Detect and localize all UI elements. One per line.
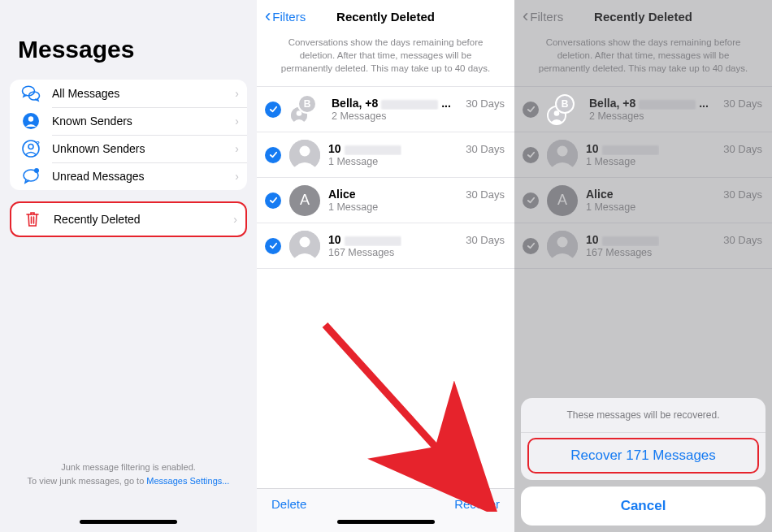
- conversation-name: 10: [328, 233, 401, 246]
- filter-recently-deleted[interactable]: Recently Deleted ›: [11, 203, 245, 236]
- messages-settings-link[interactable]: Messages Settings...: [146, 476, 229, 486]
- conversation-main: Alice30 Days1 Message: [328, 188, 505, 213]
- info-text: Conversations show the days remaining be…: [257, 32, 514, 86]
- conversation-name: Bella, +8...: [332, 97, 454, 110]
- filter-known-senders[interactable]: Known Senders ›: [10, 107, 247, 135]
- panel-filters: Messages All Messages › Known Senders › …: [0, 0, 257, 532]
- days-remaining: 30 Days: [466, 234, 505, 246]
- bottom-toolbar: Delete Recover: [257, 488, 514, 532]
- home-indicator: [80, 520, 177, 524]
- filter-all-messages[interactable]: All Messages ›: [10, 80, 247, 107]
- filter-label: Known Senders: [52, 115, 235, 128]
- conversation-main: 1030 Days167 Messages: [328, 233, 505, 258]
- svg-point-5: [28, 145, 33, 149]
- message-count: 1 Message: [328, 156, 505, 167]
- chevron-right-icon: ›: [233, 213, 237, 226]
- days-remaining: 30 Days: [466, 143, 505, 155]
- footer-line1: Junk message filtering is enabled.: [61, 462, 196, 472]
- footer-text: Junk message filtering is enabled. To vi…: [0, 461, 257, 487]
- avatar: A: [289, 185, 320, 216]
- conversation-row[interactable]: BBella, +8...30 Days2 Messages: [257, 87, 514, 132]
- filter-unknown-senders[interactable]: ? Unknown Senders ›: [10, 135, 247, 162]
- delete-button[interactable]: Delete: [271, 497, 306, 511]
- panel-recover-sheet: ‹ Filters Recently Deleted Conversations…: [514, 0, 772, 532]
- nav-bar: ‹ Filters Recently Deleted: [257, 0, 514, 32]
- person-question-icon: ?: [20, 140, 42, 158]
- bubbles-icon: [20, 84, 42, 102]
- chevron-right-icon: ›: [235, 87, 239, 100]
- avatar: B: [289, 94, 323, 125]
- checkbox-selected-icon[interactable]: [265, 102, 281, 118]
- recover-button[interactable]: Recover: [454, 497, 500, 511]
- conversation-row[interactable]: 1030 Days1 Message: [257, 132, 514, 178]
- bubble-dot-icon: [20, 167, 42, 185]
- recover-messages-button[interactable]: Recover 171 Messages: [527, 438, 759, 474]
- trash-icon: [21, 210, 44, 228]
- conversation-name: Alice: [328, 188, 355, 201]
- nav-title: Recently Deleted: [336, 10, 435, 24]
- chevron-right-icon: ›: [235, 170, 239, 183]
- more-icon: ...: [438, 97, 454, 110]
- chevron-right-icon: ›: [235, 115, 239, 128]
- filter-unread-messages[interactable]: Unread Messages ›: [10, 162, 247, 190]
- conversation-main: 1030 Days1 Message: [328, 142, 505, 167]
- back-label: Filters: [272, 10, 306, 24]
- checkbox-selected-icon[interactable]: [265, 147, 281, 163]
- panel-recently-deleted: ‹ Filters Recently Deleted Conversations…: [257, 0, 514, 532]
- filter-label: Recently Deleted: [54, 213, 233, 226]
- svg-point-3: [28, 116, 33, 121]
- conversation-list: BBella, +8...30 Days2 Messages1030 Days1…: [257, 86, 514, 269]
- chevron-left-icon: ‹: [265, 7, 271, 25]
- filter-label: Unknown Senders: [52, 142, 235, 155]
- page-title: Messages: [0, 0, 257, 63]
- days-remaining: 30 Days: [466, 97, 505, 110]
- recently-deleted-group: Recently Deleted ›: [10, 201, 247, 237]
- footer-line2: To view junk messages, go to: [28, 476, 147, 486]
- person-icon: [20, 112, 42, 130]
- svg-point-14: [300, 236, 310, 247]
- filter-label: All Messages: [52, 87, 235, 100]
- filter-list: All Messages › Known Senders › ? Unknown…: [10, 80, 247, 190]
- action-sheet-card: These messages will be recovered. Recove…: [521, 398, 765, 480]
- message-count: 167 Messages: [328, 247, 505, 258]
- conversation-name: 10: [328, 142, 401, 155]
- chevron-right-icon: ›: [235, 142, 239, 155]
- cancel-button[interactable]: Cancel: [521, 487, 765, 526]
- avatar: [289, 140, 320, 171]
- conversation-row[interactable]: AAlice30 Days1 Message: [257, 178, 514, 223]
- svg-text:?: ?: [36, 140, 40, 147]
- conversation-row[interactable]: 1030 Days167 Messages: [257, 223, 514, 269]
- svg-point-12: [300, 145, 310, 156]
- sheet-message: These messages will be recovered.: [521, 398, 765, 433]
- avatar: [289, 231, 320, 262]
- days-remaining: 30 Days: [466, 188, 505, 201]
- back-button[interactable]: ‹ Filters: [265, 0, 306, 32]
- action-sheet: These messages will be recovered. Recove…: [521, 398, 765, 526]
- checkbox-selected-icon[interactable]: [265, 238, 281, 254]
- message-count: 2 Messages: [332, 110, 505, 122]
- message-count: 1 Message: [328, 201, 505, 213]
- home-indicator: [337, 520, 435, 524]
- filter-label: Unread Messages: [52, 170, 235, 183]
- checkbox-selected-icon[interactable]: [265, 192, 281, 209]
- conversation-main: Bella, +8...30 Days2 Messages: [332, 97, 505, 122]
- svg-point-8: [34, 168, 39, 173]
